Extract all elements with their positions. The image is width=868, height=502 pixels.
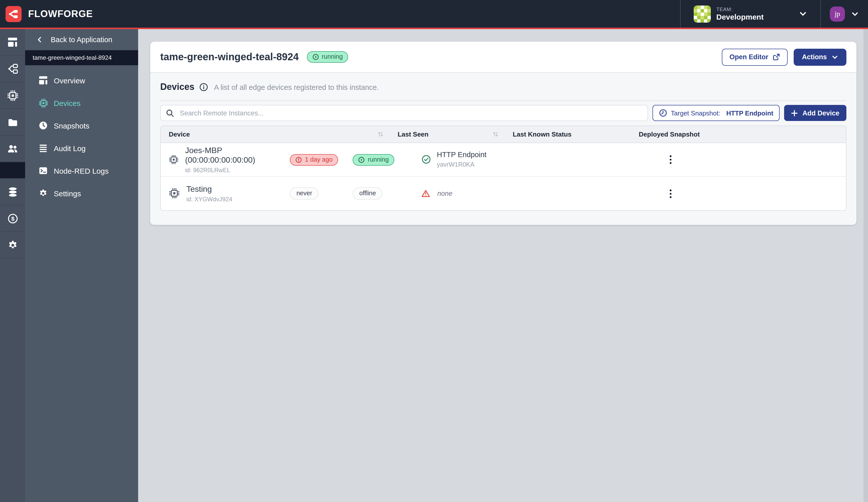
grid-overview-icon <box>38 76 48 85</box>
column-header-status: Last Known Status <box>505 126 631 143</box>
plus-icon <box>792 110 798 116</box>
user-initials: jp <box>835 10 840 18</box>
chevron-down-icon <box>799 10 807 18</box>
section-description: A list of all edge devices registered to… <box>214 83 379 91</box>
app-root: FLOWFORGE <box>0 0 868 502</box>
rail-item-members[interactable] <box>0 136 25 162</box>
billing-dollar-icon: $ <box>7 213 18 224</box>
back-to-application[interactable]: Back to Application <box>25 29 138 50</box>
instance-header: tame-green-winged-teal-8924 running Open… <box>150 42 856 73</box>
gear-icon <box>7 240 18 250</box>
rail-item-instances[interactable] <box>0 56 25 82</box>
sidebar-item-node-red-logs[interactable]: Node-RED Logs <box>25 161 138 181</box>
svg-text:$: $ <box>11 215 14 222</box>
status-label: running <box>368 157 389 163</box>
sort-icon[interactable] <box>377 131 383 137</box>
gear-icon <box>38 189 48 198</box>
info-icon[interactable] <box>199 83 208 91</box>
user-avatar: jp <box>830 6 845 21</box>
rail-item-usage[interactable] <box>0 179 25 205</box>
sidebar-item-label: Devices <box>54 98 81 107</box>
flowforge-logo[interactable] <box>6 6 22 22</box>
actions-label: Actions <box>802 53 827 61</box>
table-header-row: Device Last Seen <box>161 126 846 143</box>
search-box <box>160 105 648 121</box>
back-label: Back to Application <box>51 36 112 44</box>
last-seen-label: never <box>296 190 312 197</box>
external-link-icon <box>773 53 781 61</box>
rail-item-devices[interactable] <box>0 82 25 109</box>
scrollbar[interactable] <box>864 29 868 502</box>
open-editor-button[interactable]: Open Editor <box>722 49 788 65</box>
sidebar-item-overview[interactable]: Overview <box>25 70 138 90</box>
search-icon <box>166 109 174 117</box>
actions-button[interactable]: Actions <box>794 49 846 65</box>
column-header-actions <box>783 126 846 143</box>
rail-item-billing[interactable]: $ <box>0 205 25 232</box>
row-menu-kebab-icon[interactable] <box>663 187 678 200</box>
device-name: Joes-MBP (00:00:00:00:00:00) <box>185 145 282 165</box>
snapshot-id: yavrW1R0KA <box>437 161 486 169</box>
clock-icon <box>38 121 48 130</box>
user-menu[interactable]: jp <box>821 6 868 21</box>
chevron-down-icon <box>851 10 859 18</box>
folder-icon <box>7 117 18 127</box>
database-stack-icon <box>7 187 18 197</box>
team-texts: TEAM: Development <box>716 7 764 21</box>
play-circle-icon <box>359 156 365 163</box>
column-label: Deployed Snapshot <box>639 130 700 138</box>
row-menu-kebab-icon[interactable] <box>663 153 678 167</box>
alert-circle-icon <box>296 156 302 163</box>
rail-item-team-settings[interactable] <box>0 232 25 259</box>
rail-active-slot <box>0 162 25 179</box>
sidebar-item-audit-log[interactable]: Audit Log <box>25 138 138 158</box>
sidebar-item-label: Settings <box>54 189 81 198</box>
status-badge: running <box>353 154 394 165</box>
rail-item-overview[interactable] <box>0 29 25 56</box>
pipeline-icon <box>7 63 18 74</box>
page-title: tame-green-winged-teal-8924 <box>160 51 299 63</box>
sidebar-item-label: Overview <box>54 76 85 85</box>
instance-menu: Overview Devices <box>25 70 138 203</box>
check-circle-icon <box>421 155 431 164</box>
column-header-device[interactable]: Device <box>161 126 390 143</box>
devices-controls: Target Snapshot: HTTP Endpoint Add Devic… <box>160 105 846 121</box>
column-header-last-seen[interactable]: Last Seen <box>390 126 505 143</box>
team-switcher[interactable]: TEAM: Development <box>681 5 820 22</box>
sidebar-item-label: Node-RED Logs <box>54 166 108 175</box>
column-label: Last Seen <box>397 130 428 138</box>
device-row[interactable]: Joes-MBP (00:00:00:00:00:00) id: 962R0LR… <box>161 143 846 177</box>
instance-sidebar: Back to Application tame-green-winged-te… <box>25 29 138 502</box>
chip-icon <box>169 154 178 165</box>
main-content: tame-green-winged-teal-8924 running Open… <box>138 29 868 502</box>
chip-icon <box>169 188 180 199</box>
target-snapshot-button[interactable]: Target Snapshot: HTTP Endpoint <box>652 105 780 121</box>
sidebar-item-settings[interactable]: Settings <box>25 183 138 203</box>
chevron-left-icon <box>36 36 43 43</box>
add-device-label: Add Device <box>803 109 839 117</box>
status-badge: running <box>307 51 348 63</box>
device-row[interactable]: Testing id: XYGWdvJ924 never <box>161 177 846 210</box>
search-input[interactable] <box>179 109 642 117</box>
add-device-button[interactable]: Add Device <box>784 105 846 121</box>
device-name: Testing <box>186 184 232 194</box>
team-avatar <box>694 5 711 22</box>
sidebar-item-label: Snapshots <box>54 121 90 130</box>
status-badge: offline <box>353 188 383 200</box>
sidebar-instance-name[interactable]: tame-green-winged-teal-8924 <box>25 50 138 65</box>
team-name: Development <box>716 12 764 21</box>
last-seen-badge: never <box>290 188 319 200</box>
last-seen-badge: 1 day ago <box>290 154 338 165</box>
sidebar-item-devices[interactable]: Devices <box>25 93 138 113</box>
sidebar-item-snapshots[interactable]: Snapshots <box>25 115 138 136</box>
sidebar-item-label: Audit Log <box>54 144 86 153</box>
column-label: Last Known Status <box>513 130 571 138</box>
clock-icon <box>659 109 667 117</box>
snapshot-name: HTTP Endpoint <box>437 150 486 159</box>
status-label: offline <box>359 190 376 197</box>
target-snapshot-label: Target Snapshot: <box>671 109 720 117</box>
device-id: id: 962R0LRwEL <box>185 167 282 174</box>
sort-icon[interactable] <box>492 131 498 137</box>
rail-item-library[interactable] <box>0 109 25 136</box>
chip-icon <box>38 98 48 108</box>
